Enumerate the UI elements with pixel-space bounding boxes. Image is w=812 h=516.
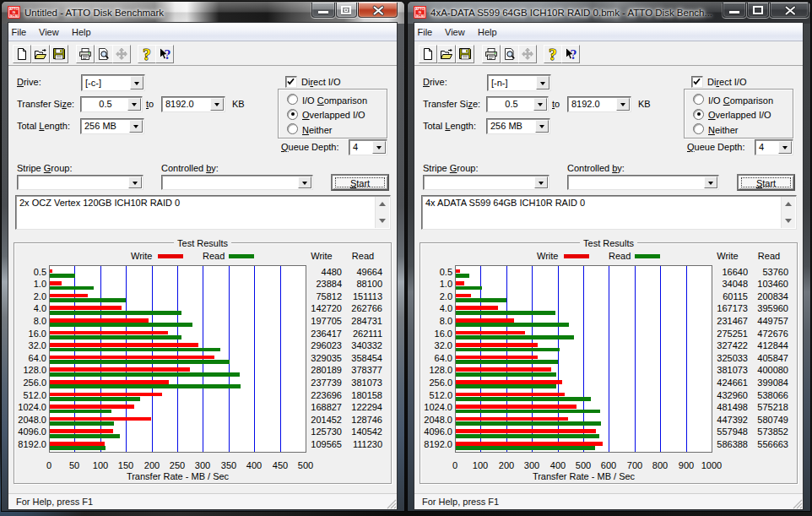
svg-text:SCSI: SCSI (416, 14, 424, 18)
svg-text:SCSI: SCSI (10, 14, 18, 18)
